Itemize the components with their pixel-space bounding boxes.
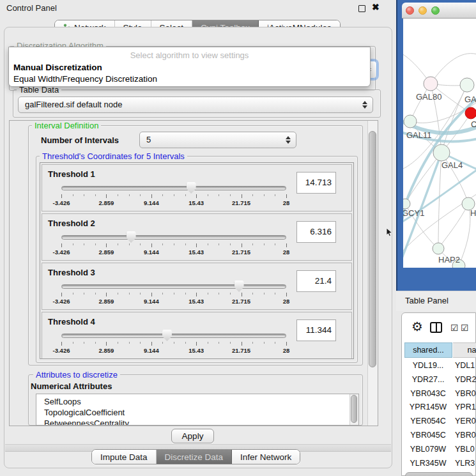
tick-label: 28 xyxy=(283,249,290,256)
columns-icon[interactable] xyxy=(430,322,442,333)
dropdown-item-equal-width-frequency-discretization[interactable]: Equal Width/Frequency Discretization xyxy=(13,74,157,84)
threshold-row: Threshold 1 -3.4262.8599.14415.4321.7152… xyxy=(42,164,352,211)
tick-label: 21.715 xyxy=(232,298,250,305)
cell-shared-name: YDL19... xyxy=(404,359,452,372)
tick-label: 2.859 xyxy=(99,249,114,256)
tick-label: 9.144 xyxy=(144,249,159,256)
close-traffic-light[interactable] xyxy=(406,6,414,15)
table-row[interactable]: YBL079WYBL0 xyxy=(403,443,476,457)
settings-scrollbar-thumb[interactable] xyxy=(369,131,376,367)
tick-label: 15.43 xyxy=(188,249,204,256)
tick-label: 15.43 xyxy=(188,199,204,206)
algorithm-dropdown-popup: Select algorithm to view settings Manual… xyxy=(8,47,371,87)
node-label-h: H xyxy=(470,208,476,218)
control-panel-title: Control Panel xyxy=(6,3,57,13)
gear-icon[interactable]: ⚙ xyxy=(411,320,423,333)
combo-stepper-icon xyxy=(362,101,367,109)
table-row[interactable]: YLR345WYLR3 xyxy=(403,457,476,471)
threshold-row: Threshold 3 -3.4262.8599.14415.4321.7152… xyxy=(42,263,352,310)
network-node[interactable] xyxy=(403,199,410,209)
network-node[interactable] xyxy=(460,78,474,92)
tick-label: 2.859 xyxy=(99,298,114,305)
tick-label: -3.426 xyxy=(53,249,70,256)
attribute-item-selfloops[interactable]: SelfLoops xyxy=(36,394,358,407)
minimize-traffic-light[interactable] xyxy=(418,6,427,15)
attribute-item-betweennesscentrality[interactable]: BetweennessCentrality xyxy=(36,418,358,426)
table-row[interactable]: YBR045CYBR0 xyxy=(403,429,476,443)
tab-label: Discretize Data xyxy=(165,450,224,464)
zoom-traffic-light[interactable] xyxy=(431,6,440,15)
network-window-titlebar[interactable] xyxy=(402,3,476,19)
threshold-value-field[interactable]: 11.344 xyxy=(296,319,336,341)
table-row[interactable]: YDL19...YDL1 xyxy=(403,359,476,373)
mouse-cursor xyxy=(386,227,394,237)
apply-button[interactable]: Apply xyxy=(171,429,214,443)
network-node[interactable] xyxy=(404,115,417,128)
tick-label: -3.426 xyxy=(53,298,70,305)
close-icon[interactable]: ✖ xyxy=(372,2,380,12)
node-label-gal80: GAL80 xyxy=(416,92,441,102)
float-window-icon[interactable] xyxy=(358,5,365,12)
tick-label: 21.715 xyxy=(232,249,250,256)
network-canvas[interactable]: GAL80GACGAL11GAL4GCY1HHAP2 xyxy=(403,19,476,268)
cell-name: YBR0 xyxy=(455,429,476,442)
threshold-row: Threshold 2 -3.4262.8599.14415.4321.7152… xyxy=(42,213,352,261)
tick-label: -3.426 xyxy=(53,199,70,206)
dropdown-item-manual-discretization[interactable]: Manual Discretization xyxy=(13,63,102,72)
interval-definition-title: Interval Definition xyxy=(32,121,101,130)
cell-shared-name: YBR043C xyxy=(404,387,452,401)
tab-impute-data[interactable]: Impute Data xyxy=(92,450,157,464)
cell-name: YBL0 xyxy=(455,443,475,456)
cell-shared-name: YLR345W xyxy=(404,457,452,470)
table-row[interactable]: YDR27...YDR2 xyxy=(403,373,476,387)
table-row[interactable]: YBR043CYBR0 xyxy=(403,387,476,401)
table-hscrollbar-thumb[interactable] xyxy=(405,472,473,476)
table-row[interactable]: YER054CYER0 xyxy=(403,415,476,429)
tick-label: 28 xyxy=(283,347,290,354)
column-header-shared-name[interactable]: shared... xyxy=(404,342,452,358)
tab-label: Infer Network xyxy=(240,450,291,464)
attribute-item-topologicalcoefficient[interactable]: TopologicalCoefficient xyxy=(36,407,358,418)
combo-stepper-icon xyxy=(286,136,291,144)
tick-label: 9.144 xyxy=(144,347,159,354)
threshold-value-field[interactable]: 14.713 xyxy=(296,172,336,194)
network-node[interactable] xyxy=(433,144,450,161)
tick-label: 2.859 xyxy=(99,347,114,354)
tick-label: -3.426 xyxy=(53,347,70,354)
cell-shared-name: YDR27... xyxy=(404,373,452,387)
cell-name: YPR1 xyxy=(455,401,476,414)
cell-shared-name: YPR145W xyxy=(404,401,452,414)
table-data-combo[interactable]: galFiltered.sif default node xyxy=(18,96,373,113)
network-node[interactable] xyxy=(433,243,444,254)
tab-infer-network[interactable]: Infer Network xyxy=(232,450,300,464)
tick-label: 28 xyxy=(283,298,290,305)
tab-label: Impute Data xyxy=(100,450,148,464)
attributes-scrollbar-thumb[interactable] xyxy=(351,395,357,423)
tick-label: 15.43 xyxy=(188,298,204,305)
cell-name: YDL1 xyxy=(455,359,475,372)
select-column-checkbox-icon[interactable]: ☑ xyxy=(461,323,469,333)
cell-name: YBR0 xyxy=(455,387,476,401)
node-label-gcy1: GCY1 xyxy=(403,208,424,218)
cell-shared-name: YBR045C xyxy=(404,429,452,442)
attributes-list: SelfLoopsTopologicalCoefficientBetweenne… xyxy=(36,394,359,426)
attributes-group-title: Attributes to discretize xyxy=(33,370,120,380)
select-all-checkbox-icon[interactable]: ☑ xyxy=(450,323,459,333)
tick-label: 9.144 xyxy=(144,298,159,305)
cell-shared-name: YER054C xyxy=(404,415,452,428)
node-label-ga: GA xyxy=(464,95,476,104)
num-intervals-combo[interactable]: 5 xyxy=(139,132,296,148)
network-node[interactable] xyxy=(424,77,438,91)
threshold-value-field[interactable]: 6.316 xyxy=(296,221,336,243)
table-row[interactable]: YPR145WYPR1 xyxy=(403,401,476,415)
node-label-hap2: HAP2 xyxy=(438,255,460,265)
node-label-gal4: GAL4 xyxy=(441,160,463,170)
table-data-combo-value: galFiltered.sif default node xyxy=(25,97,372,112)
tick-label: 21.715 xyxy=(232,347,250,354)
threshold-value-field[interactable]: 21.4 xyxy=(296,270,336,292)
network-node[interactable] xyxy=(465,107,476,119)
cell-shared-name: YBL079W xyxy=(404,443,452,456)
bottom-tabbar: Impute DataDiscretize DataInfer Network xyxy=(91,449,300,464)
tab-discretize-data[interactable]: Discretize Data xyxy=(157,450,233,464)
column-header-name[interactable]: na xyxy=(453,342,476,358)
